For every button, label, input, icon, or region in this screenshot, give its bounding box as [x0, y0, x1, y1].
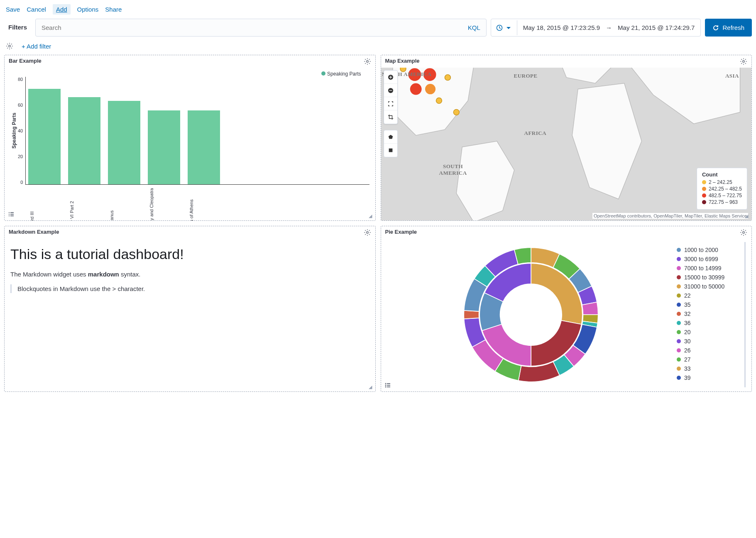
map-attribution: OpenStreetMap contributors, OpenMapTiler…	[592, 213, 748, 219]
bar-chart: Speaking Parts Speaking Parts 806040200 …	[5, 68, 375, 220]
panel-title: Pie Example	[385, 229, 417, 236]
kql-toggle[interactable]: KQL	[462, 24, 486, 31]
map-legend-item: 242.25 – 482.5	[702, 186, 742, 192]
bar-category: Timon of Athens	[189, 188, 221, 220]
pie-legend-item[interactable]: 33	[677, 364, 743, 373]
time-from[interactable]: May 18, 2015 @ 17:23:25.9	[523, 24, 600, 31]
map-controls	[384, 70, 398, 124]
gear-icon[interactable]	[364, 229, 371, 236]
refresh-button[interactable]: Refresh	[705, 19, 752, 37]
svg-point-1	[9, 45, 11, 47]
map-legend: Count 2 – 242.25242.25 – 482.5482.5 – 72…	[697, 168, 747, 210]
map-viewport[interactable]: NORTH AMERICA EUROPE ASIA AFRICA SOUTHAM…	[381, 68, 752, 220]
filters-label: Filters	[4, 19, 31, 37]
svg-point-2	[366, 61, 368, 63]
save-link[interactable]: Save	[6, 6, 20, 13]
svg-point-23	[453, 109, 459, 115]
svg-rect-26	[389, 149, 392, 152]
pie-legend-item[interactable]: 31000 to 50000	[677, 282, 743, 291]
pie-legend-item[interactable]: 3000 to 6999	[677, 254, 743, 264]
legend-toggle-icon[interactable]	[384, 382, 391, 390]
time-picker[interactable]: May 18, 2015 @ 17:23:25.9 → May 21, 2015…	[491, 19, 701, 37]
cancel-link[interactable]: Cancel	[27, 6, 46, 13]
panel-map: Map Example NORTH AMERICA EUROP	[381, 55, 752, 221]
svg-point-17	[425, 84, 435, 94]
svg-rect-32	[387, 385, 390, 386]
refresh-icon	[712, 24, 719, 31]
svg-rect-5	[9, 214, 10, 215]
arrow-right-icon: →	[606, 24, 612, 31]
filter-row-secondary: + Add filter	[0, 40, 756, 55]
svg-rect-8	[10, 215, 14, 216]
bar[interactable]	[108, 101, 140, 184]
legend-toggle-icon[interactable]	[8, 211, 15, 219]
map-label: EUROPE	[514, 73, 538, 79]
chevron-down-icon	[505, 24, 512, 31]
add-link[interactable]: Add	[53, 4, 71, 15]
svg-point-16	[410, 83, 421, 95]
top-menu: Save Cancel Add Options Share	[0, 0, 756, 19]
svg-rect-6	[10, 214, 14, 215]
resize-handle-icon[interactable]: ◢	[369, 213, 372, 219]
gear-icon[interactable]	[364, 58, 371, 65]
crop-icon[interactable]	[384, 110, 397, 124]
bar[interactable]	[68, 97, 100, 184]
gear-icon[interactable]	[740, 229, 747, 236]
map-label: AFRICA	[524, 130, 547, 137]
filter-settings-icon[interactable]	[6, 42, 13, 50]
pie-legend-item[interactable]: 22	[677, 291, 743, 300]
add-filter-link[interactable]: + Add filter	[22, 43, 51, 50]
bar[interactable]	[28, 89, 61, 184]
pie-slice[interactable]	[464, 311, 479, 319]
square-icon[interactable]	[384, 144, 397, 157]
gear-icon[interactable]	[740, 58, 747, 65]
bar[interactable]	[188, 110, 220, 184]
panel-pie: Pie Example 1000 to 20003000 to 69997000…	[381, 226, 752, 392]
svg-point-20	[445, 75, 450, 81]
svg-point-33	[385, 386, 386, 388]
resize-handle-icon[interactable]: ◢	[369, 384, 372, 390]
time-to[interactable]: May 21, 2015 @ 17:24:29.7	[618, 24, 695, 31]
zoom-in-icon[interactable]	[384, 71, 397, 84]
search-input[interactable]	[36, 19, 462, 36]
map-label: ASIA	[725, 73, 739, 79]
pie-legend-item[interactable]: 36	[677, 318, 743, 328]
options-link[interactable]: Options	[77, 6, 99, 13]
fit-icon[interactable]	[384, 97, 397, 110]
pie-chart	[387, 242, 675, 387]
share-link[interactable]: Share	[105, 6, 122, 13]
markdown-paragraph: The Markdown widget uses markdown syntax…	[10, 271, 369, 278]
polygon-icon[interactable]	[384, 130, 397, 144]
panel-title: Bar Example	[9, 58, 42, 65]
map-legend-item: 482.5 – 722.75	[702, 193, 742, 198]
pie-legend-item[interactable]: 20	[677, 328, 743, 337]
pie-legend-item[interactable]: 1000 to 2000	[677, 245, 743, 254]
pie-legend-item[interactable]: 39	[677, 373, 743, 382]
pie-legend-item[interactable]: 26	[677, 346, 743, 355]
svg-point-27	[366, 232, 368, 234]
pie-legend-item[interactable]: 35	[677, 300, 743, 309]
resize-handle-icon[interactable]: ◢	[745, 213, 748, 219]
bar[interactable]	[148, 110, 180, 184]
search-wrap: KQL	[35, 19, 487, 37]
panel-title: Map Example	[385, 58, 420, 65]
svg-rect-34	[387, 386, 390, 387]
map-shape-controls	[384, 130, 398, 157]
svg-rect-7	[9, 215, 10, 216]
pie-legend-item[interactable]: 27	[677, 355, 743, 364]
pie-legend-item[interactable]: 15000 to 30999	[677, 273, 743, 282]
clock-icon[interactable]	[491, 20, 517, 35]
bar-category: Richard III	[29, 188, 62, 220]
pie-legend-item[interactable]: 30	[677, 337, 743, 346]
markdown-content: This is a tutorial dashboard! The Markdo…	[5, 239, 375, 391]
pie-legend-item[interactable]: 32	[677, 309, 743, 318]
panel-markdown: Markdown Example This is a tutorial dash…	[4, 226, 376, 392]
map-legend-item: 722.75 – 963	[702, 199, 742, 205]
pie-legend[interactable]: 1000 to 20003000 to 69997000 to 14999150…	[675, 242, 746, 387]
panel-bar: Bar Example Speaking Parts Speaking Part…	[4, 55, 376, 221]
filter-bar: Filters KQL May 18, 2015 @ 17:23:25.9 → …	[0, 19, 756, 40]
pie-legend-item[interactable]: 7000 to 14999	[677, 264, 743, 273]
zoom-out-icon[interactable]	[384, 84, 397, 97]
svg-point-9	[743, 61, 745, 63]
svg-point-28	[743, 232, 745, 234]
